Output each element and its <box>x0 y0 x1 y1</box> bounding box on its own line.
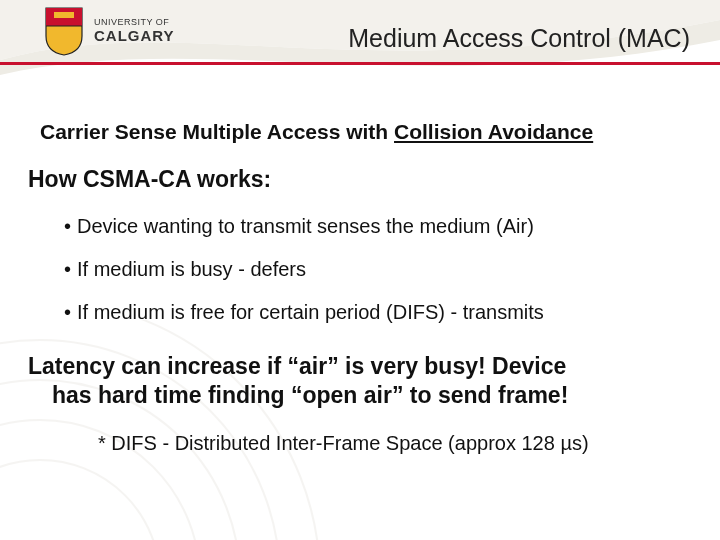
slide-body: Carrier Sense Multiple Access with Colli… <box>0 72 720 455</box>
subtitle: Carrier Sense Multiple Access with Colli… <box>40 120 692 144</box>
bullet-item: •If medium is free for certain period (D… <box>64 301 692 324</box>
bullet-list: •Device wanting to transmit senses the m… <box>64 215 692 324</box>
slide-title: Medium Access Control (MAC) <box>348 24 690 53</box>
bullet-item: •If medium is busy - defers <box>64 258 692 281</box>
university-line2: CALGARY <box>94 28 175 44</box>
how-heading: How CSMA-CA works: <box>28 166 692 193</box>
latency-line1: Latency can increase if “air” is very bu… <box>28 353 566 379</box>
bullet-dot-icon: • <box>64 215 71 237</box>
bullet-dot-icon: • <box>64 258 71 280</box>
latency-note: Latency can increase if “air” is very bu… <box>28 352 688 410</box>
crest-icon <box>44 6 84 56</box>
svg-point-0 <box>0 460 160 540</box>
footnote: * DIFS - Distributed Inter-Frame Space (… <box>98 432 692 455</box>
latency-line2: has hard time finding “open air” to send… <box>52 381 688 410</box>
slide-header: UNIVERSITY OF CALGARY Medium Access Cont… <box>0 0 720 72</box>
bullet-dot-icon: • <box>64 301 71 323</box>
subtitle-prefix: Carrier Sense Multiple Access with <box>40 120 394 143</box>
header-divider <box>0 62 720 65</box>
bullet-item: •Device wanting to transmit senses the m… <box>64 215 692 238</box>
bullet-text: If medium is free for certain period (DI… <box>77 301 544 323</box>
bullet-text: If medium is busy - defers <box>77 258 306 280</box>
svg-rect-5 <box>54 12 74 18</box>
bullet-text: Device wanting to transmit senses the me… <box>77 215 534 237</box>
university-name: UNIVERSITY OF CALGARY <box>94 18 175 43</box>
subtitle-underlined: Collision Avoidance <box>394 120 593 143</box>
university-logo: UNIVERSITY OF CALGARY <box>44 6 175 56</box>
